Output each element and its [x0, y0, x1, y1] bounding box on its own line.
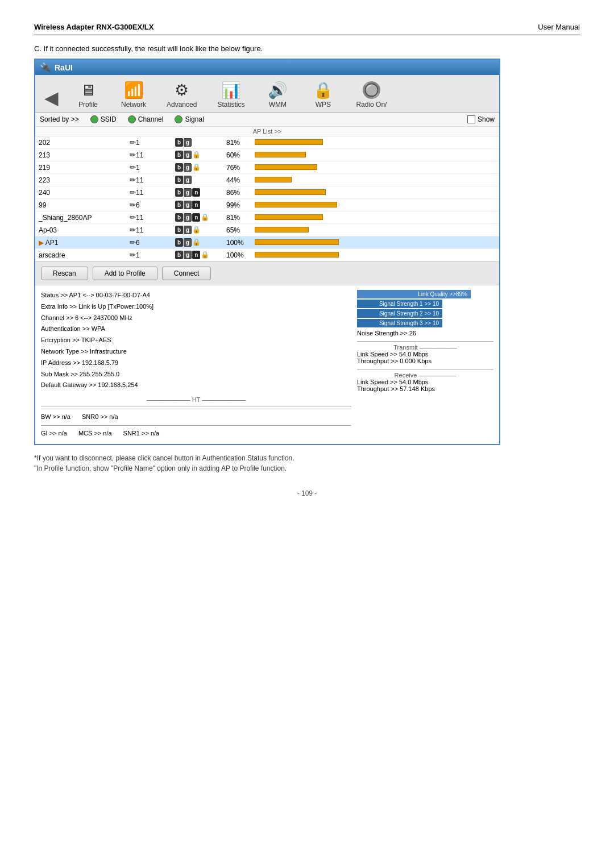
ap-channel-cell: ✏11 [126, 174, 172, 186]
ip-info: IP Address >> 192.168.5.79 [41, 358, 351, 369]
nav-radio[interactable]: 🔘 Radio On/ [346, 78, 397, 112]
noise-strength: Noise Strength >> 26 [357, 330, 493, 337]
nav-back-button[interactable]: ◀ [41, 85, 65, 112]
mode-badge: b [175, 151, 183, 159]
network-icon: 📶 [124, 81, 144, 99]
ap-ssid-cell: 99 [35, 199, 126, 211]
mode-badge: n [192, 201, 200, 209]
show-checkbox[interactable] [467, 115, 475, 123]
ap-signal-bar-cell [251, 136, 499, 149]
ap-signal-bar-cell [251, 224, 499, 236]
header-right: User Manual [538, 23, 580, 31]
intro-paragraph: C. If it connected successfully, the res… [34, 44, 580, 53]
ap-signal-bar-cell [251, 149, 499, 161]
gw-info: Default Gateway >> 192.168.5.254 [41, 380, 351, 391]
mode-badge: g [184, 226, 192, 234]
channel-radio[interactable] [128, 115, 136, 123]
mode-badge: b [175, 138, 183, 147]
connect-button[interactable]: Connect [162, 267, 211, 280]
table-row[interactable]: 99✏6bgn99% [35, 199, 499, 211]
table-row[interactable]: 219✏1bg🔒76% [35, 161, 499, 174]
wps-icon: 🔒 [313, 81, 333, 99]
mode-badge: b [175, 188, 183, 197]
ap-channel-cell: ✏11 [126, 224, 172, 236]
lock-icon: 🔒 [192, 238, 201, 246]
statistics-icon: 📊 [221, 81, 241, 99]
mode-badge: g [184, 238, 192, 247]
nav-statistics[interactable]: 📊 Statistics [207, 78, 255, 112]
table-row[interactable]: 223✏11bg44% [35, 174, 499, 186]
mode-badge: n [192, 251, 200, 259]
signal-bar [255, 239, 339, 245]
link-quality-bar: Link Quality >>89% [357, 290, 471, 298]
lock-icon: 🔒 [201, 251, 209, 259]
nettype-info: Network Type >> Infrastructure [41, 346, 351, 358]
ap-signal-bar-cell [251, 199, 499, 211]
ap-modes-cell: bg🔒 [172, 236, 223, 249]
ht-section2: GI >> n/a MCS >> n/a SNR1 >> n/a [41, 425, 351, 439]
ap-ssid-cell: Ap-03 [35, 224, 126, 236]
signal-bar [255, 177, 292, 182]
table-row[interactable]: _Shiang_2860AP✏11bgn🔒81% [35, 211, 499, 224]
ap-modes-cell: bgn [172, 186, 223, 199]
ssid-radio[interactable] [90, 115, 98, 123]
table-row[interactable]: arscadre✏1bgn🔒100% [35, 249, 499, 261]
table-row[interactable]: ▶ AP1✏6bg🔒100% [35, 236, 499, 249]
signal-radio[interactable] [175, 115, 182, 123]
channel-label: Channel [138, 115, 164, 123]
ap-signal-bar-cell [251, 211, 499, 224]
rx-link-speed: Link Speed >> 54.0 Mbps [357, 379, 493, 385]
mode-badge: b [175, 251, 183, 259]
ap-signal-bar-cell [251, 186, 499, 199]
mode-badge: b [175, 163, 183, 172]
nav-radio-label: Radio On/ [356, 101, 387, 109]
bw-info: BW >> n/a [41, 412, 70, 423]
ap-signal-bar-cell [251, 174, 499, 186]
footer-note1: *If you want to disconnect, please click… [34, 454, 580, 462]
add-to-profile-button[interactable]: Add to Profile [93, 267, 157, 280]
table-row[interactable]: 202✏1bg81% [35, 136, 499, 149]
status-area: Status >> AP1 <--> 00-03-7F-00-D7-A4 Ext… [35, 285, 499, 444]
footer-note2: "In Profile function, show "Profile Name… [34, 464, 580, 472]
ap-ssid-cell: ▶ AP1 [35, 236, 126, 249]
footer-notes: *If you want to disconnect, please click… [34, 454, 580, 472]
nav-advanced[interactable]: ⚙ Advanced [156, 78, 207, 112]
ap-channel-cell: ✏1 [126, 136, 172, 149]
ap-signal-bar-cell [251, 161, 499, 174]
tx-throughput: Throughput >> 0.000 Kbps [357, 358, 493, 364]
ap-channel-cell: ✏6 [126, 236, 172, 249]
ap-signal-pct-cell: 81% [223, 211, 251, 224]
rescan-button[interactable]: Rescan [41, 267, 88, 280]
ssid-label: SSID [101, 115, 117, 123]
mode-badge: b [175, 201, 183, 209]
nav-wmm[interactable]: 🔊 WMM [255, 78, 300, 112]
ap-signal-pct-cell: 44% [223, 174, 251, 186]
nav-network[interactable]: 📶 Network [111, 78, 156, 112]
ap-table: 202✏1bg81%213✏11bg🔒60%219✏1bg🔒76%223✏11b… [35, 136, 499, 261]
signal-bar [255, 252, 339, 258]
ap-ssid-cell: _Shiang_2860AP [35, 211, 126, 224]
signal-bar [255, 164, 317, 170]
sort-ssid[interactable]: SSID [90, 115, 117, 123]
nav-profile[interactable]: 🖥 Profile [65, 78, 111, 112]
raui-title: RaUI [55, 63, 73, 72]
table-row[interactable]: Ap-03✏11bg🔒65% [35, 224, 499, 236]
table-row[interactable]: 240✏11bgn86% [35, 186, 499, 199]
mode-badge: g [184, 176, 192, 184]
mode-badge: n [192, 213, 200, 222]
sort-channel[interactable]: Channel [128, 115, 164, 123]
signal-bar [255, 152, 306, 157]
table-row[interactable]: 213✏11bg🔒60% [35, 149, 499, 161]
ap-modes-cell: bgn [172, 199, 223, 211]
show-checkbox-area[interactable]: Show [467, 115, 495, 123]
mode-badge: g [184, 213, 192, 222]
signal3-bar: Signal Strength 3 >> 10 [357, 319, 442, 327]
sort-signal[interactable]: Signal [175, 115, 204, 123]
mode-badge: n [192, 188, 200, 197]
status-line: Status >> AP1 <--> 00-03-7F-00-D7-A4 [41, 290, 351, 301]
raui-titlebar: 🔌 RaUI [35, 60, 499, 75]
ap-channel-cell: ✏1 [126, 161, 172, 174]
nav-wps[interactable]: 🔒 WPS [300, 78, 346, 112]
status-left: Status >> AP1 <--> 00-03-7F-00-D7-A4 Ext… [41, 290, 351, 439]
wmm-icon: 🔊 [268, 81, 288, 99]
